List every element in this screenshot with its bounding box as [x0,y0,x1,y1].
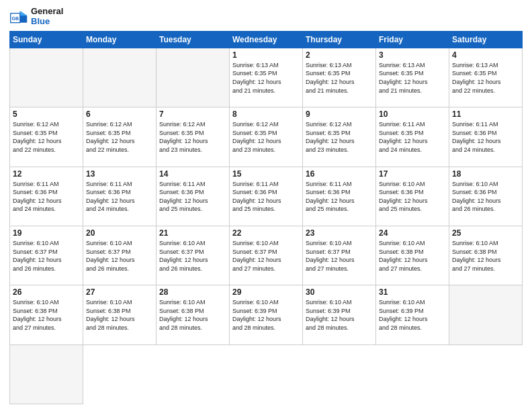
calendar-day-14: 14Sunrise: 6:11 AM Sunset: 6:36 PM Dayli… [157,167,230,226]
calendar-day-11: 11Sunrise: 6:11 AM Sunset: 6:36 PM Dayli… [449,107,523,167]
calendar-day-12: 12Sunrise: 6:11 AM Sunset: 6:36 PM Dayli… [10,167,83,226]
day-info: Sunrise: 6:10 AM Sunset: 6:39 PM Dayligh… [232,298,300,332]
calendar-row: 1Sunrise: 6:13 AM Sunset: 6:35 PM Daylig… [10,48,523,107]
calendar-day-24: 24Sunrise: 6:10 AM Sunset: 6:38 PM Dayli… [376,226,449,285]
calendar-weekday-saturday: Saturday [449,31,523,48]
calendar-day-15: 15Sunrise: 6:11 AM Sunset: 6:36 PM Dayli… [230,167,303,226]
calendar-day-18: 18Sunrise: 6:10 AM Sunset: 6:36 PM Dayli… [449,167,523,226]
day-info: Sunrise: 6:12 AM Sunset: 6:35 PM Dayligh… [159,120,226,154]
day-number: 12 [13,169,80,179]
day-number: 27 [86,287,153,297]
calendar-day-empty [10,345,83,404]
calendar-day-10: 10Sunrise: 6:11 AM Sunset: 6:35 PM Dayli… [376,107,449,167]
calendar-day-19: 19Sunrise: 6:10 AM Sunset: 6:37 PM Dayli… [10,226,83,285]
page: GB General Blue SundayMondayTuesdayWedne… [0,0,532,411]
day-number: 22 [232,228,300,238]
calendar-day-5: 5Sunrise: 6:12 AM Sunset: 6:35 PM Daylig… [10,107,83,167]
day-info: Sunrise: 6:10 AM Sunset: 6:37 PM Dayligh… [86,239,153,273]
calendar-row: 19Sunrise: 6:10 AM Sunset: 6:37 PM Dayli… [10,226,523,285]
calendar-day-empty [449,285,523,345]
calendar-day-22: 22Sunrise: 6:10 AM Sunset: 6:37 PM Dayli… [230,226,303,285]
day-info: Sunrise: 6:10 AM Sunset: 6:36 PM Dayligh… [379,180,446,214]
calendar-weekday-friday: Friday [376,31,449,48]
calendar-day-13: 13Sunrise: 6:11 AM Sunset: 6:36 PM Dayli… [83,167,157,226]
day-info: Sunrise: 6:10 AM Sunset: 6:37 PM Dayligh… [232,239,300,273]
day-number: 19 [13,228,80,238]
calendar-day-empty [157,48,230,107]
day-number: 5 [13,109,80,119]
day-info: Sunrise: 6:11 AM Sunset: 6:35 PM Dayligh… [379,120,446,154]
day-info: Sunrise: 6:10 AM Sunset: 6:39 PM Dayligh… [379,298,446,332]
calendar-day-23: 23Sunrise: 6:10 AM Sunset: 6:37 PM Dayli… [303,226,376,285]
day-info: Sunrise: 6:13 AM Sunset: 6:35 PM Dayligh… [232,61,300,95]
day-number: 18 [452,169,519,179]
calendar-day-6: 6Sunrise: 6:12 AM Sunset: 6:35 PM Daylig… [83,107,157,167]
calendar-day-empty [83,48,157,107]
logo: GB General Blue [9,7,63,27]
calendar-day-4: 4Sunrise: 6:13 AM Sunset: 6:35 PM Daylig… [449,48,523,107]
day-number: 7 [159,109,226,119]
day-info: Sunrise: 6:10 AM Sunset: 6:37 PM Dayligh… [306,239,373,273]
calendar-day-2: 2Sunrise: 6:13 AM Sunset: 6:35 PM Daylig… [303,48,376,107]
calendar-day-16: 16Sunrise: 6:11 AM Sunset: 6:36 PM Dayli… [303,167,376,226]
day-info: Sunrise: 6:12 AM Sunset: 6:35 PM Dayligh… [86,120,153,154]
day-info: Sunrise: 6:11 AM Sunset: 6:36 PM Dayligh… [232,180,300,214]
calendar-day-28: 28Sunrise: 6:10 AM Sunset: 6:38 PM Dayli… [157,285,230,345]
day-number: 30 [306,287,373,297]
calendar-header-row: SundayMondayTuesdayWednesdayThursdayFrid… [10,31,523,48]
day-number: 21 [159,228,226,238]
day-number: 4 [452,50,519,60]
day-number: 11 [452,109,519,119]
day-info: Sunrise: 6:11 AM Sunset: 6:36 PM Dayligh… [306,180,373,214]
calendar-table: SundayMondayTuesdayWednesdayThursdayFrid… [9,31,523,404]
day-number: 14 [159,169,226,179]
calendar-day-26: 26Sunrise: 6:10 AM Sunset: 6:38 PM Dayli… [10,285,83,345]
day-info: Sunrise: 6:10 AM Sunset: 6:37 PM Dayligh… [13,239,80,273]
day-number: 31 [379,287,446,297]
day-info: Sunrise: 6:13 AM Sunset: 6:35 PM Dayligh… [306,61,373,95]
day-number: 1 [232,50,300,60]
calendar-weekday-sunday: Sunday [10,31,83,48]
calendar-day-27: 27Sunrise: 6:10 AM Sunset: 6:38 PM Dayli… [83,285,157,345]
calendar-day-31: 31Sunrise: 6:10 AM Sunset: 6:39 PM Dayli… [376,285,449,345]
day-number: 24 [379,228,446,238]
svg-text:GB: GB [12,16,19,21]
day-info: Sunrise: 6:10 AM Sunset: 6:36 PM Dayligh… [452,180,519,214]
day-number: 16 [306,169,373,179]
day-number: 25 [452,228,519,238]
day-number: 15 [232,169,300,179]
day-number: 13 [86,169,153,179]
day-info: Sunrise: 6:10 AM Sunset: 6:38 PM Dayligh… [86,298,153,332]
day-info: Sunrise: 6:10 AM Sunset: 6:38 PM Dayligh… [452,239,519,273]
day-info: Sunrise: 6:13 AM Sunset: 6:35 PM Dayligh… [379,61,446,95]
day-number: 3 [379,50,446,60]
calendar-day-7: 7Sunrise: 6:12 AM Sunset: 6:35 PM Daylig… [157,107,230,167]
day-number: 23 [306,228,373,238]
calendar-day-8: 8Sunrise: 6:12 AM Sunset: 6:35 PM Daylig… [230,107,303,167]
calendar-weekday-thursday: Thursday [303,31,376,48]
day-info: Sunrise: 6:12 AM Sunset: 6:35 PM Dayligh… [13,120,80,154]
calendar-row: 26Sunrise: 6:10 AM Sunset: 6:38 PM Dayli… [10,285,523,345]
day-number: 20 [86,228,153,238]
calendar-day-1: 1Sunrise: 6:13 AM Sunset: 6:35 PM Daylig… [230,48,303,107]
day-info: Sunrise: 6:13 AM Sunset: 6:35 PM Dayligh… [452,61,519,95]
calendar-weekday-tuesday: Tuesday [157,31,230,48]
logo-text: General Blue [31,7,63,27]
calendar-weekday-monday: Monday [83,31,157,48]
day-number: 26 [13,287,80,297]
calendar-weekday-wednesday: Wednesday [230,31,303,48]
day-info: Sunrise: 6:10 AM Sunset: 6:37 PM Dayligh… [159,239,226,273]
calendar-row: 12Sunrise: 6:11 AM Sunset: 6:36 PM Dayli… [10,167,523,226]
day-number: 10 [379,109,446,119]
day-number: 9 [306,109,373,119]
day-info: Sunrise: 6:12 AM Sunset: 6:35 PM Dayligh… [306,120,373,154]
day-number: 17 [379,169,446,179]
day-info: Sunrise: 6:11 AM Sunset: 6:36 PM Dayligh… [86,180,153,214]
calendar-day-17: 17Sunrise: 6:10 AM Sunset: 6:36 PM Dayli… [376,167,449,226]
day-info: Sunrise: 6:10 AM Sunset: 6:38 PM Dayligh… [13,298,80,332]
calendar-day-25: 25Sunrise: 6:10 AM Sunset: 6:38 PM Dayli… [449,226,523,285]
day-number: 6 [86,109,153,119]
calendar-row: 5Sunrise: 6:12 AM Sunset: 6:35 PM Daylig… [10,107,523,167]
calendar-day-20: 20Sunrise: 6:10 AM Sunset: 6:37 PM Dayli… [83,226,157,285]
calendar-row [10,345,523,404]
